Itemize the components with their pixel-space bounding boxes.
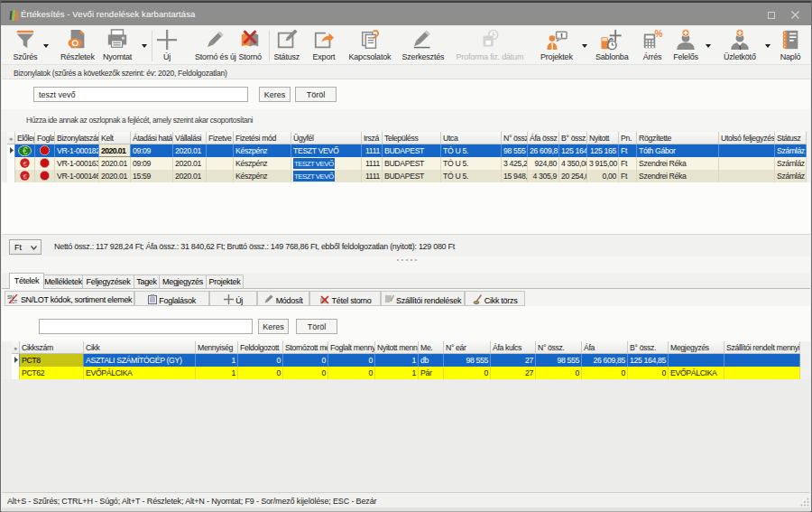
svg-text:%: % [654, 29, 662, 39]
svg-text:€: € [23, 146, 28, 156]
